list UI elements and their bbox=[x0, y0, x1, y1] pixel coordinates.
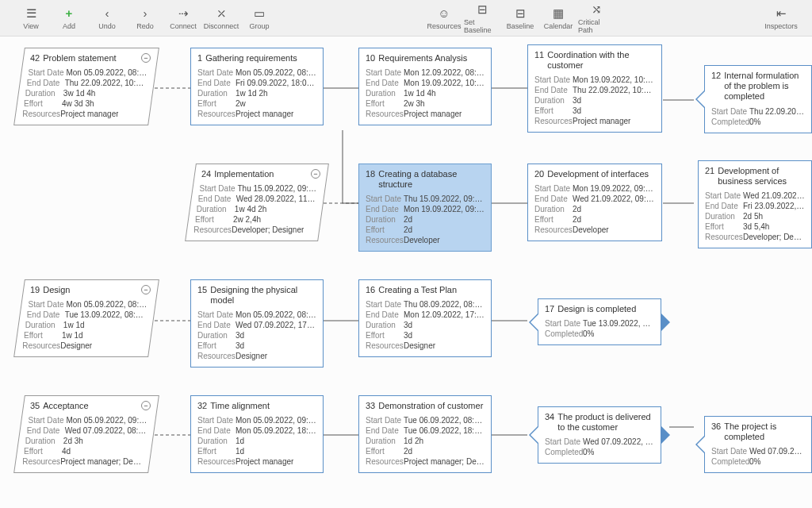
collapse-icon[interactable]: − bbox=[141, 401, 151, 410]
disconnect-icon: ⤫ bbox=[216, 6, 227, 21]
task-node-21[interactable]: 21Development of business services Start… bbox=[698, 160, 812, 248]
add-button[interactable]: +Add bbox=[51, 2, 87, 34]
critical-path-button[interactable]: ⤭Critical Path bbox=[578, 2, 615, 34]
group-icon: ▭ bbox=[254, 6, 265, 21]
milestone-node-17[interactable]: 17Design is completed Start DateTue 13.0… bbox=[538, 298, 661, 345]
connect-button[interactable]: ⇢Connect bbox=[165, 2, 201, 34]
toolbar: ☰View +Add ‹Undo ›Redo ⇢Connect ⤫Disconn… bbox=[0, 0, 812, 37]
undo-button[interactable]: ‹Undo bbox=[89, 2, 125, 34]
task-node-18[interactable]: 18Creating a database structure Start Da… bbox=[358, 164, 492, 252]
task-node-33[interactable]: 33Demonstration of customer Start DateTu… bbox=[358, 395, 492, 473]
plus-icon: + bbox=[66, 6, 73, 21]
chevron-left-icon: ‹ bbox=[105, 6, 109, 21]
milestone-node-34[interactable]: 34The product is delivered to the custom… bbox=[538, 406, 661, 464]
task-node-10[interactable]: 10Requirements Analysis Start DateMon 12… bbox=[358, 48, 492, 125]
collapse-icon[interactable]: − bbox=[311, 169, 320, 179]
chevron-right-icon: › bbox=[144, 6, 147, 21]
group-button[interactable]: ▭Group bbox=[241, 2, 278, 34]
redo-button[interactable]: ›Redo bbox=[127, 2, 163, 34]
critical-path-icon: ⤭ bbox=[592, 2, 602, 17]
network-diagram-canvas[interactable]: 42Problem statement− Start DateMon 05.09… bbox=[0, 37, 812, 508]
calendar-icon: ▦ bbox=[553, 6, 564, 21]
set-baseline-icon: ⊟ bbox=[477, 2, 488, 17]
view-button[interactable]: ☰View bbox=[13, 2, 49, 34]
baseline-icon: ⊟ bbox=[515, 6, 526, 21]
inspectors-button[interactable]: ⇤Inspectors bbox=[763, 2, 799, 34]
task-node-42[interactable]: 42Problem statement− Start DateMon 05.09… bbox=[13, 48, 159, 125]
task-node-11[interactable]: 11Coordination with the customer Start D… bbox=[527, 44, 662, 133]
task-node-1[interactable]: 1Gathering requirements Start DateMon 05… bbox=[190, 48, 324, 125]
task-node-20[interactable]: 20Development of interfaces Start DateMo… bbox=[527, 164, 662, 241]
task-node-24[interactable]: 24Implementation− Start DateThu 15.09.20… bbox=[185, 164, 329, 241]
task-node-15[interactable]: 15Designing the physical model Start Dat… bbox=[190, 279, 324, 368]
task-node-16[interactable]: 16Creating a Test Plan Start DateThu 08.… bbox=[358, 279, 492, 357]
connect-icon: ⇢ bbox=[178, 6, 189, 21]
task-node-32[interactable]: 32Time alignment Start DateMon 05.09.202… bbox=[190, 395, 324, 473]
milestone-node-36[interactable]: 36The project is completed Start DateWed… bbox=[704, 416, 812, 473]
people-icon: ☺ bbox=[438, 6, 450, 21]
disconnect-button[interactable]: ⤫Disconnect bbox=[203, 2, 239, 34]
collapse-icon[interactable]: − bbox=[141, 53, 151, 63]
set-baseline-button[interactable]: ⊟Set Baseline bbox=[464, 2, 500, 34]
task-node-35[interactable]: 35Acceptance− Start DateMon 05.09.2022, … bbox=[13, 395, 159, 473]
view-icon: ☰ bbox=[26, 6, 36, 21]
resources-button[interactable]: ☺Resources bbox=[426, 2, 462, 34]
task-node-19[interactable]: 19Design− Start DateMon 05.09.2022, 08:0… bbox=[13, 279, 159, 357]
milestone-node-12[interactable]: 12Internal formulation of the problem is… bbox=[704, 65, 812, 133]
collapse-icon[interactable]: − bbox=[141, 285, 151, 294]
baseline-button[interactable]: ⊟Baseline bbox=[502, 2, 538, 34]
inspectors-icon: ⇤ bbox=[776, 6, 787, 21]
calendar-button[interactable]: ▦Calendar bbox=[540, 2, 576, 34]
